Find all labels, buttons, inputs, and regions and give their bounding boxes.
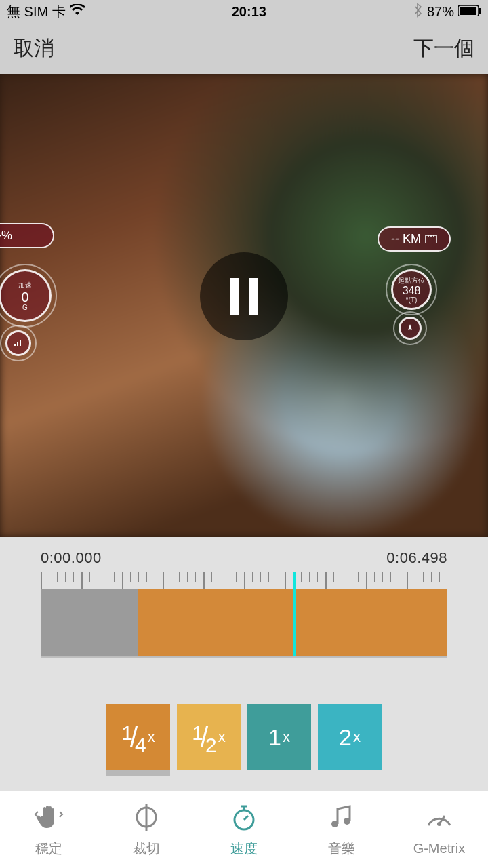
tab-label: G-Metrix [413, 841, 466, 856]
wifi-icon [70, 4, 85, 20]
speed-button-row: 1/4x 1/2x 1x 2x [0, 704, 488, 770]
timeline-ruler [41, 572, 447, 589]
tab-label: 裁切 [133, 840, 160, 858]
timeline-start-time: 0:00.000 [41, 549, 102, 567]
timeline-end-time: 0:06.498 [386, 549, 447, 567]
speed-half-button[interactable]: 1/2x [177, 704, 241, 770]
video-preview[interactable]: --% 加速 0 G -- KM 起點方位 348 °(T) [0, 74, 488, 537]
tab-trim[interactable]: 裁切 [106, 802, 187, 858]
tab-gmetrix[interactable]: G-Metrix [399, 804, 480, 856]
next-button[interactable]: 下一個 [413, 35, 474, 62]
svg-point-10 [344, 818, 350, 825]
overlay-gauge-small-right [393, 311, 427, 345]
speed-quarter-button[interactable]: 1/4x [106, 704, 170, 770]
tab-label: 速度 [230, 840, 258, 858]
overlay-gauge-small-left [0, 325, 37, 361]
overlay-gauge-gforce: 加速 0 G [0, 264, 57, 328]
svg-rect-2 [479, 8, 481, 14]
music-icon [327, 802, 357, 835]
pause-icon [225, 278, 263, 315]
tab-label: 穩定 [35, 840, 62, 858]
bluetooth-icon [413, 3, 423, 21]
overlay-gauge-heading: 起點方位 348 °(T) [386, 264, 437, 315]
gauge-icon [424, 804, 454, 837]
editor-nav-bar: 取消 下一個 [0, 23, 488, 74]
tab-stabilize[interactable]: 穩定 [8, 802, 89, 858]
stopwatch-icon [229, 802, 259, 835]
svg-line-6 [244, 816, 248, 820]
tab-speed[interactable]: 速度 [203, 802, 285, 858]
svg-rect-1 [460, 7, 476, 15]
timeline-segment-processed [41, 589, 138, 656]
overlay-pill-left: --% [0, 223, 54, 248]
tab-label: 音樂 [328, 840, 355, 858]
speed-1x-button[interactable]: 1x [247, 704, 311, 770]
tab-music[interactable]: 音樂 [301, 802, 382, 858]
speed-panel: 0:00.000 0:06.498 1/4x 1/2x 1x 2x [0, 537, 488, 791]
battery-icon [458, 4, 481, 20]
status-bar: 無 SIM 卡 20:13 87% [0, 0, 488, 23]
clock-text: 20:13 [232, 4, 266, 20]
editor-tab-bar: 穩定 裁切 速度 音樂 G-Metrix [0, 791, 488, 868]
trim-icon [131, 802, 161, 835]
timeline-track[interactable] [41, 589, 447, 656]
svg-point-12 [437, 822, 441, 826]
cancel-button[interactable]: 取消 [14, 35, 54, 62]
play-pause-button[interactable] [200, 252, 288, 340]
carrier-text: 無 SIM 卡 [7, 3, 66, 21]
hand-icon [34, 802, 64, 835]
battery-pct: 87% [427, 4, 454, 20]
speed-2x-button[interactable]: 2x [318, 704, 382, 770]
timeline-playhead[interactable] [293, 572, 296, 656]
overlay-pill-right: -- KM [378, 226, 451, 252]
svg-point-9 [331, 821, 338, 827]
